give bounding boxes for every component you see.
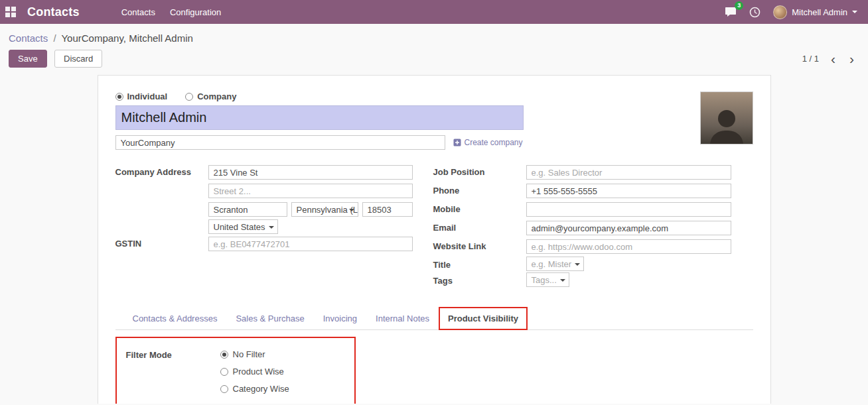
control-panel-row: Save Discard 1 / 1 ‹ › — [0, 44, 868, 75]
menu-item-configuration[interactable]: Configuration — [163, 7, 228, 17]
radio-product-wise-label: Product Wise — [233, 367, 284, 376]
tab-sales-purchase[interactable]: Sales & Purchase — [226, 308, 313, 329]
radio-category-wise[interactable]: Category Wise — [220, 384, 289, 394]
street2-input[interactable] — [208, 184, 413, 198]
radio-individual-label: Individual — [127, 91, 168, 101]
street-input[interactable] — [208, 165, 413, 180]
radio-category-wise-circle[interactable] — [220, 385, 228, 393]
gstin-label: GSTIN — [115, 237, 208, 249]
radio-no-filter[interactable]: No Filter — [220, 349, 289, 359]
title-row: Title e.g. Mister — [433, 258, 731, 270]
app-title: Contacts — [27, 5, 80, 19]
mobile-label: Mobile — [433, 202, 526, 214]
chevron-down-icon — [575, 263, 580, 266]
user-menu[interactable]: Mitchell Admin — [773, 5, 857, 19]
apps-menu-icon[interactable] — [5, 7, 16, 17]
plus-square-icon — [453, 139, 461, 146]
messages-icon[interactable]: 3 — [725, 7, 737, 17]
fields-section: Company Address Penns — [115, 165, 753, 290]
address-column: Company Address Penns — [115, 165, 413, 290]
radio-company-label: Company — [197, 91, 236, 101]
title-label: Title — [433, 258, 526, 270]
breadcrumb-current: YourCompany, Mitchell Admin — [61, 32, 192, 44]
company-address-label: Company Address — [115, 165, 208, 177]
notebook-tabs: Contacts & Addresses Sales & Purchase In… — [115, 307, 753, 330]
email-label: Email — [433, 221, 526, 233]
gstin-row: GSTIN — [115, 237, 413, 251]
radio-company[interactable]: Company — [185, 91, 236, 101]
pager: 1 / 1 ‹ › — [802, 52, 856, 66]
filter-mode-radio-group: No Filter Product Wise Category Wise — [220, 349, 289, 394]
company-name-input[interactable] — [115, 135, 445, 150]
tags-row: Tags Tags... — [433, 274, 731, 286]
person-silhouette-icon — [705, 105, 748, 144]
job-position-input[interactable] — [526, 165, 731, 180]
tab-invoicing[interactable]: Invoicing — [314, 308, 366, 329]
title-select[interactable]: e.g. Mister — [526, 257, 585, 271]
radio-category-wise-label: Category Wise — [233, 384, 289, 394]
radio-company-circle[interactable] — [185, 93, 193, 101]
state-select[interactable]: Pennsylvania (L — [291, 202, 358, 217]
phone-row: Phone — [433, 184, 731, 198]
radio-individual[interactable]: Individual — [115, 91, 168, 101]
contact-name-input[interactable] — [115, 105, 524, 130]
form-view-area: Individual Company Create — [0, 75, 868, 404]
website-input[interactable] — [526, 239, 731, 254]
radio-product-wise-circle[interactable] — [220, 368, 228, 376]
radio-product-wise[interactable]: Product Wise — [220, 367, 289, 376]
sheet-top-row: Individual Company Create — [115, 91, 753, 150]
breadcrumb: Contacts / YourCompany, Mitchell Admin — [0, 24, 868, 44]
mobile-input[interactable] — [526, 202, 731, 217]
pager-previous-icon[interactable]: ‹ — [829, 52, 837, 66]
chevron-down-icon — [560, 279, 565, 282]
city-state-zip-row: Pennsylvania (L — [115, 202, 413, 217]
messages-badge: 3 — [735, 1, 743, 10]
identity-block: Individual Company Create — [115, 91, 524, 150]
phone-input[interactable] — [526, 184, 731, 198]
tab-product-visibility[interactable]: Product Visibility — [439, 307, 528, 330]
discard-button[interactable]: Discard — [54, 50, 102, 68]
street-row: Company Address — [115, 165, 413, 180]
city-input[interactable] — [208, 202, 287, 217]
country-row: United States — [115, 221, 413, 233]
radio-no-filter-circle[interactable] — [220, 351, 228, 359]
chevron-down-icon — [269, 226, 274, 229]
country-select[interactable]: United States — [208, 219, 278, 234]
menu-item-contacts[interactable]: Contacts — [114, 7, 163, 17]
filter-mode-label: Filter Mode — [126, 349, 220, 394]
tab-internal-notes[interactable]: Internal Notes — [366, 308, 439, 329]
phone-label: Phone — [433, 184, 526, 196]
product-visibility-panel: Filter Mode No Filter Product Wise Categ… — [115, 337, 753, 404]
contact-photo[interactable] — [700, 91, 753, 145]
tags-select[interactable]: Tags... — [526, 272, 569, 287]
country-select-value: United States — [214, 222, 265, 232]
pager-next-icon[interactable]: › — [847, 52, 856, 66]
job-position-row: Job Position — [433, 165, 731, 180]
mobile-row: Mobile — [433, 202, 731, 217]
control-panel: Contacts / YourCompany, Mitchell Admin S… — [0, 24, 868, 75]
contact-form-sheet: Individual Company Create — [98, 75, 771, 404]
zip-input[interactable] — [362, 202, 413, 217]
website-link-label: Website Link — [433, 239, 526, 251]
radio-no-filter-label: No Filter — [233, 349, 265, 359]
email-input[interactable] — [526, 221, 731, 235]
title-select-placeholder: e.g. Mister — [532, 259, 572, 269]
job-position-label: Job Position — [433, 165, 526, 177]
email-row: Email — [433, 221, 731, 235]
create-company-link[interactable]: Create company — [453, 138, 523, 147]
tab-contacts-addresses[interactable]: Contacts & Addresses — [123, 308, 227, 329]
save-button[interactable]: Save — [9, 50, 47, 68]
contact-type-radio-group: Individual Company — [115, 91, 524, 101]
gstin-input[interactable] — [208, 237, 413, 251]
clock-icon — [749, 7, 760, 18]
user-avatar — [773, 5, 787, 19]
street2-row — [115, 184, 413, 198]
radio-individual-circle[interactable] — [115, 93, 123, 101]
activities-icon[interactable] — [749, 7, 760, 18]
breadcrumb-separator: / — [50, 32, 58, 44]
tags-label: Tags — [433, 274, 526, 286]
breadcrumb-contacts-link[interactable]: Contacts — [9, 32, 48, 44]
navbar-right: 3 Mitchell Admin — [725, 5, 857, 19]
navbar-menu: Contacts Configuration — [114, 7, 229, 17]
chevron-down-icon — [349, 209, 354, 211]
